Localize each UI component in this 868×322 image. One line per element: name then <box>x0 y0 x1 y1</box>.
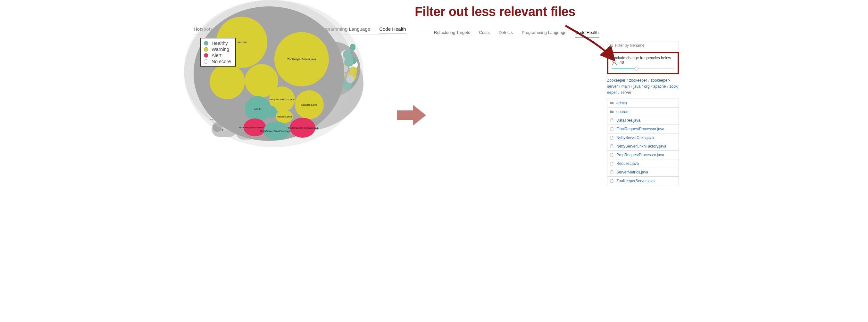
bubble-label: NettyServerCnxn.java <box>270 98 294 101</box>
file-row[interactable]: ServerMetrics.java <box>608 168 679 177</box>
bubble-datatree[interactable]: DataTree.java <box>295 90 324 119</box>
legend-healthy: Healthy <box>204 40 231 46</box>
breadcrumb-segment[interactable]: zookeeper <box>629 78 647 82</box>
legend-alert: Alert <box>204 52 231 58</box>
file-icon <box>610 127 614 131</box>
file-icon <box>610 162 614 166</box>
tab-defects[interactable]: Defects <box>499 30 513 37</box>
file-row[interactable]: NettyServerCnxnFactory.java <box>608 142 679 151</box>
file-row[interactable]: NettyServerCnxn.java <box>608 134 679 142</box>
slider-handle[interactable] <box>634 67 639 70</box>
bubble-label: Request.java <box>277 115 292 118</box>
dot-healthy-icon <box>204 41 208 45</box>
legend-label: Warning <box>212 46 229 52</box>
tab-programming-language[interactable]: Programming Language <box>522 30 566 37</box>
bubble-label: PrepRequestProcessor.java <box>286 127 318 129</box>
file-icon <box>610 179 614 183</box>
file-name: quorum <box>616 109 629 114</box>
breadcrumb-sep: / <box>618 90 619 95</box>
breadcrumb-sep: / <box>648 78 649 82</box>
file-name: ZooKeeperServer.java <box>616 179 654 183</box>
filter-placeholder: Filter by filename <box>615 43 644 48</box>
svg-line-1 <box>612 46 613 47</box>
slider-track[interactable] <box>612 68 674 69</box>
file-name: NettyServerCnxnFactory.java <box>616 144 666 148</box>
svg-point-0 <box>610 44 613 47</box>
file-name: Request.java <box>616 161 639 166</box>
legend-warning: Warning <box>204 46 231 52</box>
breadcrumb-segment[interactable]: java <box>633 84 641 89</box>
dot-alert-icon <box>204 53 208 58</box>
file-row[interactable]: DataTree.java <box>608 116 679 125</box>
file-icon <box>610 144 614 148</box>
breadcrumb-segment[interactable]: apache <box>653 84 666 89</box>
breadcrumb-segment[interactable]: org <box>644 84 649 89</box>
legend: Healthy Warning Alert No score <box>200 38 236 67</box>
dot-noscore-icon <box>204 59 208 64</box>
annotation-headline: Filter out less relevant files <box>415 4 576 19</box>
breadcrumb-sep: / <box>642 84 643 89</box>
breadcrumb-segment[interactable]: Zookeeper <box>607 78 625 82</box>
file-icon <box>610 170 614 174</box>
legend-label: No score <box>212 59 231 64</box>
bubble-label: ZooKeeperServer.java <box>287 58 316 61</box>
bubble-nettyfactory[interactable]: NettyServerCnxnFactory.java <box>264 121 290 140</box>
breadcrumb-sep: / <box>667 84 668 89</box>
file-row[interactable]: ZooKeeperServer.java <box>608 177 679 185</box>
folder-icon <box>610 101 614 105</box>
file-row[interactable]: Request.java <box>608 159 679 168</box>
file-icon <box>610 153 614 157</box>
tab-refactoring-targets[interactable]: Refactoring Targets <box>434 30 470 37</box>
file-name: FinalRequestProcessor.java <box>616 127 664 131</box>
file-icon <box>610 118 614 122</box>
tab-code-health[interactable]: Code Health <box>576 30 598 37</box>
slider-label: Exclude change frequencies below (%): 40 <box>612 56 674 65</box>
file-row[interactable]: admin <box>608 99 679 108</box>
bubble-label: admin <box>254 108 261 110</box>
breadcrumb-sep: / <box>631 84 632 89</box>
bubble-label: NettyServerCnxnFactory.java <box>260 130 293 133</box>
breadcrumb-segment: server <box>621 90 631 95</box>
breadcrumb-sep: / <box>627 78 628 82</box>
transition-arrow-icon <box>396 102 428 128</box>
tab-costs[interactable]: Costs <box>479 30 490 37</box>
dot-warning-icon <box>204 47 208 51</box>
tab-code-health[interactable]: Code Health <box>379 26 406 34</box>
folder-icon <box>610 110 614 114</box>
filter-panel: Filter by filename Exclude change freque… <box>607 42 679 185</box>
bubble-label: quorum <box>237 41 247 44</box>
breadcrumb-segment[interactable]: main <box>621 84 630 89</box>
hotspot-viz-right[interactable]: quorum ZooKeeperServer.java admin NettyS… <box>184 147 354 186</box>
bubble-zkserver[interactable]: ZooKeeperServer.java <box>274 32 329 86</box>
search-icon <box>609 43 613 47</box>
breadcrumb-sep: / <box>619 84 620 89</box>
bubble-finalreq[interactable]: FinalRequestProcessor.java <box>244 118 266 136</box>
file-icon <box>610 136 614 140</box>
bubble-preprequest[interactable]: PrepRequestProcessor.java <box>290 118 315 138</box>
exclude-frequency-slider[interactable]: Exclude change frequencies below (%): 40 <box>607 52 679 74</box>
legend-noscore: No score <box>204 59 231 64</box>
file-name: PrepRequestProcessor.java <box>616 153 664 157</box>
file-name: DataTree.java <box>616 118 641 122</box>
file-list: adminquorumDataTree.javaFinalRequestProc… <box>607 99 679 185</box>
breadcrumb: Zookeeper/zookeeper/zookeeper-server/mai… <box>607 77 679 96</box>
legend-label: Healthy <box>212 40 228 46</box>
file-name: ServerMetrics.java <box>616 170 648 174</box>
bubble-request[interactable]: Request.java <box>276 110 293 123</box>
file-name: NettyServerCnxn.java <box>616 135 654 140</box>
file-row[interactable]: PrepRequestProcessor.java <box>608 151 679 159</box>
file-name: admin <box>616 101 627 105</box>
file-row[interactable]: FinalRequestProcessor.java <box>608 125 679 134</box>
legend-label: Alert <box>212 52 221 58</box>
file-row[interactable]: quorum <box>608 108 679 116</box>
bubble-label: DataTree.java <box>301 103 317 106</box>
filter-by-filename-input[interactable]: Filter by filename <box>607 42 679 49</box>
breadcrumb-sep: / <box>651 84 652 89</box>
